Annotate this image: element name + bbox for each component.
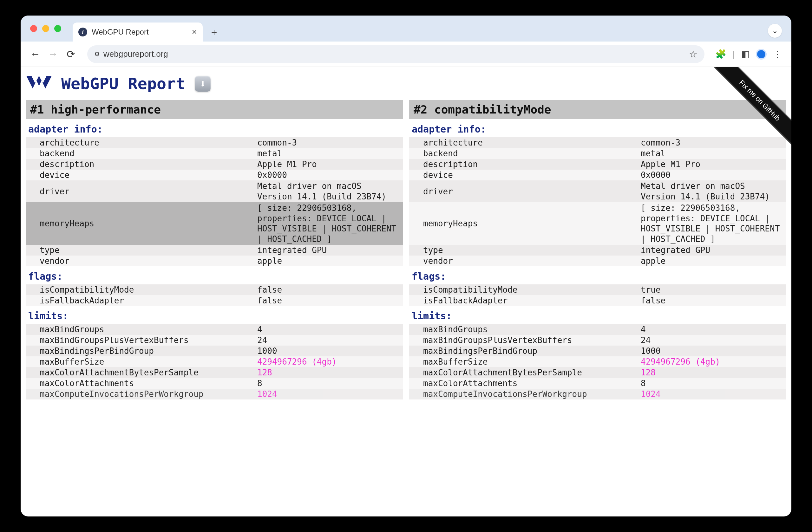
- info-key: maxColorAttachmentBytesPerSample: [409, 367, 641, 378]
- info-key: architecture: [409, 137, 641, 148]
- info-row: device0x0000: [26, 169, 403, 180]
- section-rows: maxBindGroups4maxBindGroupsPlusVertexBuf…: [409, 324, 786, 399]
- back-button[interactable]: ←: [29, 48, 41, 60]
- info-value: 0x0000: [641, 169, 786, 180]
- section-rows: architecturecommon-3backendmetaldescript…: [26, 137, 403, 266]
- info-key: maxComputeInvocationsPerWorkgroup: [409, 389, 641, 399]
- info-value: 4294967296 (4gb): [257, 356, 403, 367]
- info-value: false: [257, 295, 403, 306]
- info-value: [ size: 22906503168, properties: DEVICE_…: [257, 202, 403, 245]
- info-key: maxColorAttachmentBytesPerSample: [26, 367, 257, 378]
- info-row: typeintegrated GPU: [26, 245, 403, 255]
- info-row: maxColorAttachments8: [26, 378, 403, 389]
- panel-heading: #1 high-performance: [26, 100, 403, 119]
- info-row: maxBindGroupsPlusVertexBuffers24: [26, 335, 403, 345]
- minimize-window-button[interactable]: [42, 25, 49, 32]
- info-value: apple: [257, 255, 403, 266]
- info-row: isCompatibilityModetrue: [409, 284, 786, 295]
- info-value: common-3: [257, 137, 403, 148]
- info-row: architecturecommon-3: [26, 137, 403, 148]
- info-key: isCompatibilityMode: [26, 284, 257, 295]
- info-key: description: [26, 159, 257, 169]
- info-key: device: [409, 169, 641, 180]
- section-rows: isCompatibilityModetrueisFallbackAdapter…: [409, 284, 786, 306]
- info-value: 24: [641, 335, 786, 345]
- info-key: isCompatibilityMode: [409, 284, 641, 295]
- info-value: Metal driver on macOS Version 14.1 (Buil…: [257, 180, 403, 202]
- info-key: maxComputeInvocationsPerWorkgroup: [26, 389, 257, 399]
- info-key: maxBindGroups: [409, 324, 641, 335]
- info-row: maxComputeInvocationsPerWorkgroup1024: [26, 389, 403, 399]
- reload-button[interactable]: ⟳: [65, 48, 76, 60]
- info-value: Apple M1 Pro: [257, 159, 403, 169]
- info-key: memoryHeaps: [26, 218, 257, 229]
- profile-avatar[interactable]: [756, 49, 767, 60]
- info-key: maxBindingsPerBindGroup: [26, 345, 257, 356]
- info-key: maxBufferSize: [26, 356, 257, 367]
- panel-p1: #1 high-performanceadapter info:architec…: [26, 100, 403, 399]
- bookmark-star-icon[interactable]: ☆: [689, 48, 697, 60]
- info-key: backend: [409, 148, 641, 159]
- maximize-window-button[interactable]: [54, 25, 61, 32]
- info-value: false: [641, 295, 786, 306]
- info-row: architecturecommon-3: [409, 137, 786, 148]
- info-value: 1000: [641, 345, 786, 356]
- info-key: isFallbackAdapter: [409, 295, 641, 306]
- info-value: 8: [641, 378, 786, 389]
- download-button[interactable]: ⬇: [195, 76, 211, 92]
- page-title: WebGPU Report ⬇: [26, 74, 788, 93]
- browser-toolbar: ← → ⟳ ⚙ webgpureport.org ☆ 🧩 | ◧ ⋮: [20, 42, 792, 67]
- info-key: maxBindingsPerBindGroup: [409, 345, 641, 356]
- info-row: maxBindGroups4: [26, 324, 403, 335]
- info-key: driver: [26, 186, 257, 197]
- info-key: vendor: [409, 255, 641, 266]
- window-controls: [30, 25, 61, 32]
- info-row: maxColorAttachmentBytesPerSample128: [409, 367, 786, 378]
- info-value: 0x0000: [257, 169, 403, 180]
- close-window-button[interactable]: [30, 25, 37, 32]
- tab-title: WebGPU Report: [92, 28, 149, 36]
- info-row: maxBufferSize4294967296 (4gb): [409, 356, 786, 367]
- info-value: integrated GPU: [257, 245, 403, 255]
- info-row: vendorapple: [409, 255, 786, 266]
- side-panel-icon[interactable]: ◧: [741, 49, 750, 59]
- info-key: memoryHeaps: [409, 218, 641, 229]
- info-row: maxBindGroupsPlusVertexBuffers24: [409, 335, 786, 345]
- section-heading: flags:: [409, 266, 786, 284]
- site-settings-icon[interactable]: ⚙: [94, 50, 98, 58]
- new-tab-button[interactable]: ＋: [206, 25, 222, 40]
- browser-menu-button[interactable]: ⋮: [773, 49, 783, 59]
- address-bar[interactable]: ⚙ webgpureport.org ☆: [87, 45, 705, 63]
- info-key: architecture: [26, 137, 257, 148]
- info-key: vendor: [26, 255, 257, 266]
- page-content: Fix me on GitHub WebGPU Report ⬇ #1 high…: [20, 67, 792, 516]
- extensions-icon[interactable]: 🧩: [715, 49, 726, 59]
- info-value: true: [641, 284, 786, 295]
- info-row: backendmetal: [26, 148, 403, 159]
- info-row: maxBindingsPerBindGroup1000: [26, 345, 403, 356]
- info-value: metal: [641, 148, 786, 159]
- info-key: maxBufferSize: [409, 356, 641, 367]
- favicon-icon: i: [78, 28, 87, 36]
- info-row: isCompatibilityModefalse: [26, 284, 403, 295]
- browser-tab[interactable]: i WebGPU Report ×: [73, 23, 203, 42]
- browser-window: i WebGPU Report × ＋ ⌄ ← → ⟳ ⚙ webgpurepo…: [20, 16, 792, 516]
- info-value: 4: [257, 324, 403, 335]
- info-row: maxBindGroups4: [409, 324, 786, 335]
- info-value: 4: [641, 324, 786, 335]
- info-value: Apple M1 Pro: [641, 159, 786, 169]
- info-value: 1024: [257, 389, 403, 399]
- info-key: device: [26, 169, 257, 180]
- info-row: device0x0000: [409, 169, 786, 180]
- tab-overflow-button[interactable]: ⌄: [768, 24, 782, 38]
- info-row: typeintegrated GPU: [409, 245, 786, 255]
- section-rows: isCompatibilityModefalseisFallbackAdapte…: [26, 284, 403, 306]
- url-text: webgpureport.org: [103, 49, 168, 59]
- webgpu-logo-icon: [26, 76, 52, 92]
- info-key: driver: [409, 186, 641, 197]
- forward-button[interactable]: →: [47, 48, 59, 60]
- info-value: integrated GPU: [641, 245, 786, 255]
- close-tab-button[interactable]: ×: [192, 27, 197, 37]
- info-row: maxColorAttachmentBytesPerSample128: [26, 367, 403, 378]
- info-row: backendmetal: [409, 148, 786, 159]
